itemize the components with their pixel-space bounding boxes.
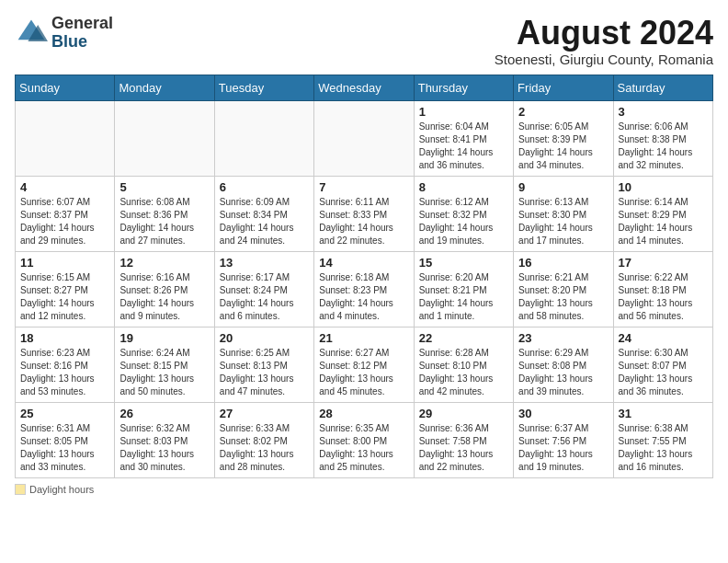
day-number: 26 <box>119 407 209 420</box>
calendar-cell: 6Sunrise: 6:09 AM Sunset: 8:34 PM Daylig… <box>214 176 313 251</box>
day-number: 28 <box>319 407 408 420</box>
calendar-table: SundayMondayTuesdayWednesdayThursdayFrid… <box>15 75 713 478</box>
calendar-cell: 3Sunrise: 6:06 AM Sunset: 8:38 PM Daylig… <box>613 100 712 176</box>
day-info: Sunrise: 6:30 AM Sunset: 8:07 PM Dayligh… <box>619 347 708 398</box>
calendar-cell: 16Sunrise: 6:21 AM Sunset: 8:20 PM Dayli… <box>514 251 613 327</box>
calendar-cell: 14Sunrise: 6:18 AM Sunset: 8:23 PM Dayli… <box>314 251 414 327</box>
day-number: 23 <box>518 331 608 345</box>
day-info: Sunrise: 6:28 AM Sunset: 8:10 PM Dayligh… <box>419 347 508 398</box>
day-number: 17 <box>619 256 708 270</box>
day-info: Sunrise: 6:06 AM Sunset: 8:38 PM Dayligh… <box>619 121 708 172</box>
calendar-cell: 2Sunrise: 6:05 AM Sunset: 8:39 PM Daylig… <box>514 100 613 176</box>
day-info: Sunrise: 6:09 AM Sunset: 8:34 PM Dayligh… <box>220 196 309 247</box>
calendar-cell: 22Sunrise: 6:28 AM Sunset: 8:10 PM Dayli… <box>414 327 513 402</box>
day-info: Sunrise: 6:21 AM Sunset: 8:20 PM Dayligh… <box>518 271 608 323</box>
calendar-cell <box>115 100 214 176</box>
day-info: Sunrise: 6:31 AM Sunset: 8:05 PM Dayligh… <box>20 422 109 474</box>
day-info: Sunrise: 6:20 AM Sunset: 8:21 PM Dayligh… <box>419 271 508 323</box>
calendar-header-tuesday: Tuesday <box>214 75 313 100</box>
calendar-cell: 27Sunrise: 6:33 AM Sunset: 8:02 PM Dayli… <box>214 402 313 477</box>
day-info: Sunrise: 6:24 AM Sunset: 8:15 PM Dayligh… <box>119 347 209 398</box>
day-info: Sunrise: 6:12 AM Sunset: 8:32 PM Dayligh… <box>419 196 508 247</box>
daylight-label: Daylight hours <box>29 484 94 495</box>
calendar-cell: 19Sunrise: 6:24 AM Sunset: 8:15 PM Dayli… <box>115 327 214 402</box>
day-number: 11 <box>20 256 109 270</box>
day-info: Sunrise: 6:13 AM Sunset: 8:30 PM Dayligh… <box>518 196 608 247</box>
logo-icon <box>15 17 48 50</box>
day-number: 13 <box>220 256 309 270</box>
day-number: 12 <box>119 256 209 270</box>
calendar-cell: 15Sunrise: 6:20 AM Sunset: 8:21 PM Dayli… <box>414 251 513 327</box>
day-info: Sunrise: 6:32 AM Sunset: 8:03 PM Dayligh… <box>119 422 209 474</box>
day-info: Sunrise: 6:07 AM Sunset: 8:37 PM Dayligh… <box>20 196 109 247</box>
day-info: Sunrise: 6:14 AM Sunset: 8:29 PM Dayligh… <box>619 196 708 247</box>
calendar-cell: 7Sunrise: 6:11 AM Sunset: 8:33 PM Daylig… <box>314 176 414 251</box>
calendar-cell <box>214 100 313 176</box>
day-number: 25 <box>20 407 109 420</box>
day-number: 10 <box>619 180 708 194</box>
calendar-cell: 20Sunrise: 6:25 AM Sunset: 8:13 PM Dayli… <box>214 327 313 402</box>
calendar-cell: 28Sunrise: 6:35 AM Sunset: 8:00 PM Dayli… <box>314 402 414 477</box>
daylight-legend: Daylight hours <box>15 484 94 495</box>
month-year-title: August 2024 <box>495 15 713 52</box>
calendar-week-4: 18Sunrise: 6:23 AM Sunset: 8:16 PM Dayli… <box>16 327 713 402</box>
day-number: 16 <box>518 256 608 270</box>
day-number: 27 <box>220 407 309 420</box>
day-info: Sunrise: 6:17 AM Sunset: 8:24 PM Dayligh… <box>220 271 309 323</box>
calendar-week-3: 11Sunrise: 6:15 AM Sunset: 8:27 PM Dayli… <box>16 251 713 327</box>
calendar-cell: 9Sunrise: 6:13 AM Sunset: 8:30 PM Daylig… <box>514 176 613 251</box>
day-number: 9 <box>518 180 608 194</box>
calendar-header-friday: Friday <box>514 75 613 100</box>
day-number: 24 <box>619 331 708 345</box>
calendar-week-1: 1Sunrise: 6:04 AM Sunset: 8:41 PM Daylig… <box>16 100 713 176</box>
calendar-header-wednesday: Wednesday <box>314 75 414 100</box>
calendar-cell: 25Sunrise: 6:31 AM Sunset: 8:05 PM Dayli… <box>16 402 115 477</box>
calendar-cell: 29Sunrise: 6:36 AM Sunset: 7:58 PM Dayli… <box>414 402 513 477</box>
day-info: Sunrise: 6:16 AM Sunset: 8:26 PM Dayligh… <box>119 271 209 323</box>
calendar-cell: 21Sunrise: 6:27 AM Sunset: 8:12 PM Dayli… <box>314 327 414 402</box>
page-header: General Blue August 2024 Stoenesti, Giur… <box>15 15 713 67</box>
calendar-cell: 18Sunrise: 6:23 AM Sunset: 8:16 PM Dayli… <box>16 327 115 402</box>
day-info: Sunrise: 6:22 AM Sunset: 8:18 PM Dayligh… <box>619 271 708 323</box>
calendar-week-5: 25Sunrise: 6:31 AM Sunset: 8:05 PM Dayli… <box>16 402 713 477</box>
day-info: Sunrise: 6:04 AM Sunset: 8:41 PM Dayligh… <box>419 121 508 172</box>
day-info: Sunrise: 6:36 AM Sunset: 7:58 PM Dayligh… <box>419 422 508 474</box>
calendar-header-monday: Monday <box>115 75 214 100</box>
day-number: 6 <box>220 180 309 194</box>
day-number: 19 <box>119 331 209 345</box>
calendar-footer: Daylight hours <box>15 484 713 497</box>
calendar-header-thursday: Thursday <box>414 75 513 100</box>
calendar-cell: 8Sunrise: 6:12 AM Sunset: 8:32 PM Daylig… <box>414 176 513 251</box>
day-number: 4 <box>20 180 109 194</box>
day-info: Sunrise: 6:37 AM Sunset: 7:56 PM Dayligh… <box>518 422 608 474</box>
day-number: 14 <box>319 256 408 270</box>
day-number: 2 <box>518 105 608 119</box>
day-number: 30 <box>518 407 608 420</box>
day-info: Sunrise: 6:15 AM Sunset: 8:27 PM Dayligh… <box>20 271 109 323</box>
day-info: Sunrise: 6:18 AM Sunset: 8:23 PM Dayligh… <box>319 271 408 323</box>
day-number: 5 <box>119 180 209 194</box>
day-info: Sunrise: 6:27 AM Sunset: 8:12 PM Dayligh… <box>319 347 408 398</box>
calendar-cell: 4Sunrise: 6:07 AM Sunset: 8:37 PM Daylig… <box>16 176 115 251</box>
day-info: Sunrise: 6:38 AM Sunset: 7:55 PM Dayligh… <box>619 422 708 474</box>
day-number: 15 <box>419 256 508 270</box>
calendar-header-saturday: Saturday <box>613 75 712 100</box>
calendar-cell <box>16 100 115 176</box>
calendar-week-2: 4Sunrise: 6:07 AM Sunset: 8:37 PM Daylig… <box>16 176 713 251</box>
day-number: 3 <box>619 105 708 119</box>
day-info: Sunrise: 6:35 AM Sunset: 8:00 PM Dayligh… <box>319 422 408 474</box>
calendar-header-row: SundayMondayTuesdayWednesdayThursdayFrid… <box>16 75 713 100</box>
daylight-box-icon <box>15 484 26 495</box>
title-block: August 2024 Stoenesti, Giurgiu County, R… <box>495 15 713 67</box>
day-number: 18 <box>20 331 109 345</box>
calendar-cell: 12Sunrise: 6:16 AM Sunset: 8:26 PM Dayli… <box>115 251 214 327</box>
day-number: 7 <box>319 180 408 194</box>
calendar-cell: 24Sunrise: 6:30 AM Sunset: 8:07 PM Dayli… <box>613 327 712 402</box>
logo: General Blue <box>15 15 113 52</box>
day-number: 21 <box>319 331 408 345</box>
logo-text: General Blue <box>51 15 113 52</box>
location-subtitle: Stoenesti, Giurgiu County, Romania <box>495 52 713 67</box>
calendar-cell <box>314 100 414 176</box>
calendar-cell: 23Sunrise: 6:29 AM Sunset: 8:08 PM Dayli… <box>514 327 613 402</box>
calendar-cell: 5Sunrise: 6:08 AM Sunset: 8:36 PM Daylig… <box>115 176 214 251</box>
